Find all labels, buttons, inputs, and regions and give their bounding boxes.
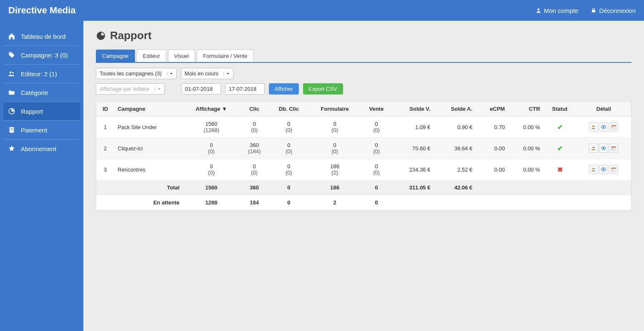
th-vente[interactable]: Vente [361,102,392,117]
th-ecpm[interactable]: eCPM [476,102,508,117]
pie-chart-icon [96,31,106,41]
detail-view-button[interactable] [599,144,608,153]
cell-soldev: 234.36 € [392,159,434,180]
tag-icon [8,51,16,59]
sidebar-item-category[interactable]: Catégorie [3,83,80,102]
cell-soldea: 38.64 € [434,138,476,159]
svg-point-9 [592,125,594,127]
svg-point-19 [603,147,604,149]
sidebar-item-payment[interactable]: Paiement [3,120,80,139]
total-label: Total [114,180,183,195]
brand-logo: Directive Media [8,5,75,16]
cell-ecpm: 0.00 [476,159,508,180]
svg-point-25 [592,168,594,169]
star-icon [8,144,16,153]
th-statut[interactable]: Statut [544,102,576,117]
svg-point-27 [603,169,604,170]
sidebar-item-dashboard[interactable]: Tableau de bord [3,27,80,45]
cell-soldea: 0.90 € [434,117,476,138]
tab-campagne[interactable]: Campagne [96,50,135,62]
cell-formulaire: 186(2) [309,159,361,180]
cell-detail [576,117,631,138]
show-button[interactable]: Afficher [269,83,299,95]
page-title-text: Rapport [110,29,152,42]
sidebar: Tableau de bord Campagne: 3 (0) Editeur:… [0,21,83,331]
detail-users-button[interactable] [589,122,598,132]
svg-rect-24 [612,149,613,149]
cell-statut: ✔ [544,117,576,138]
tab-visuel[interactable]: Visuel [168,50,195,62]
tab-formulaire-vente[interactable]: Formulaire / Vente [197,50,253,62]
svg-point-11 [603,126,604,128]
table-row: 2Cliquez-ici0(0)360(184)0(0)0(0)0(0)75.6… [96,138,631,159]
svg-rect-21 [611,147,616,147]
detail-view-button[interactable] [599,122,608,132]
pie-chart-icon [8,107,16,115]
th-campagne[interactable]: Campagne [114,102,183,117]
tab-editeur[interactable]: Editeur [137,50,166,62]
th-soldev[interactable]: Solde V. [392,102,434,117]
svg-point-10 [594,126,595,127]
display-by-select[interactable]: Affichage par éditeur [96,83,165,95]
lock-icon [591,7,596,13]
cell-soldev: 75.60 € [392,138,434,159]
th-clic[interactable]: Clic [240,102,269,117]
sidebar-item-editor[interactable]: Editeur: 2 (1) [3,64,80,83]
svg-rect-30 [612,169,613,170]
sidebar-item-label: Catégorie [21,89,48,96]
chevron-down-icon [167,72,173,75]
period-select[interactable]: Mois en cours [181,68,233,79]
th-ctr[interactable]: CTR [508,102,543,117]
th-dbclic[interactable]: Db. Clic [269,102,309,117]
svg-rect-23 [614,148,614,149]
detail-users-button[interactable] [589,144,598,153]
users-icon [8,70,16,78]
chevron-down-icon [223,72,230,75]
sidebar-item-subscription[interactable]: Abonnement [3,139,80,158]
th-id[interactable]: ID [96,102,114,117]
cell-campagne: Pack Site Under [114,117,183,138]
user-icon [536,7,541,13]
svg-rect-14 [612,127,613,127]
campaign-select[interactable]: Toutes les campagnes (3) [96,68,177,79]
cell-campagne: Cliquez-ici [114,138,183,159]
cell-vente: 0(0) [361,159,392,180]
cell-id: 3 [96,159,114,180]
home-icon [8,32,16,40]
folder-icon [8,88,16,97]
cell-statut: ✖ [544,159,576,180]
svg-rect-31 [614,169,614,170]
logout-link[interactable]: Déconnexion [591,7,636,14]
svg-rect-7 [10,128,13,129]
th-detail[interactable]: Détail [576,102,631,117]
detail-calendar-button[interactable] [609,165,618,174]
svg-point-2 [10,53,10,54]
cell-ctr: 0.00 % [508,138,543,159]
date-to-input[interactable] [225,83,265,95]
table-row: 1Pack Site Under1560(1288)0(0)0(0)0(0)0(… [96,117,631,138]
sidebar-item-report[interactable]: Rapport [3,102,80,120]
page-title: Rapport [96,29,631,42]
date-from-input[interactable] [181,83,221,95]
th-soldea[interactable]: Solde A. [434,102,476,117]
chevron-down-icon [155,87,161,91]
sidebar-item-campaign[interactable]: Campagne: 3 (0) [3,45,80,64]
svg-rect-15 [614,127,614,127]
svg-point-26 [594,168,595,169]
detail-calendar-button[interactable] [609,144,618,153]
th-affichage[interactable]: Affichage ▼ [183,102,240,117]
filters: Toutes les campagnes (3) Mois en cours A… [96,68,631,95]
cell-formulaire: 0(0) [309,138,361,159]
my-account-label: Mon compte [544,7,579,14]
sidebar-item-label: Campagne: 3 (0) [21,52,68,59]
cell-detail [576,159,631,180]
cell-formulaire: 0(0) [309,117,361,138]
export-csv-button[interactable]: Export CSV [303,83,343,95]
svg-rect-29 [611,168,616,169]
th-formulaire[interactable]: Formulaire [309,102,361,117]
detail-users-button[interactable] [589,165,598,174]
detail-view-button[interactable] [599,165,608,174]
my-account-link[interactable]: Mon compte [536,7,579,14]
cell-id: 1 [96,117,114,138]
detail-calendar-button[interactable] [609,122,618,132]
